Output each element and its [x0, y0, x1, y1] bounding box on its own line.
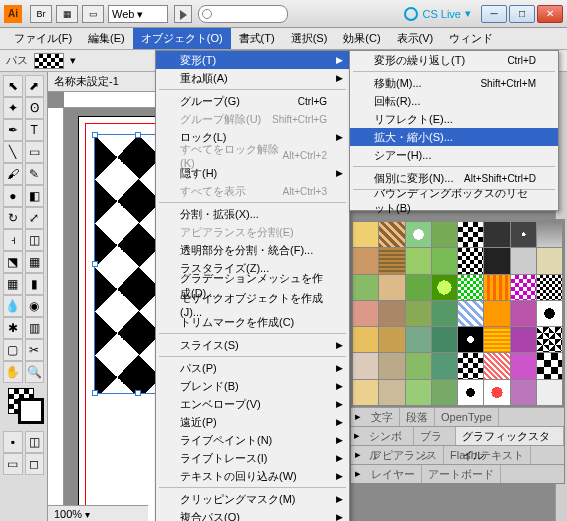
menu-live-trace[interactable]: ライブトレース(I)▶: [156, 449, 349, 467]
gradient-tool[interactable]: ▮: [25, 273, 45, 295]
swatch-item[interactable]: [379, 222, 404, 247]
swatch-item[interactable]: [511, 327, 536, 352]
swatch-item[interactable]: [511, 353, 536, 378]
menu-mosaic[interactable]: モザイクオブジェクトを作成(J)...: [156, 295, 349, 313]
tab-graphic-style[interactable]: グラフィックスタイル: [456, 427, 564, 445]
tab-appearance[interactable]: アピアランス: [365, 446, 444, 464]
change-screen-tool[interactable]: ◻: [25, 453, 45, 475]
magic-wand-tool[interactable]: ✦: [3, 97, 23, 119]
swatch-item[interactable]: [432, 222, 457, 247]
resize-handle[interactable]: [92, 132, 98, 138]
tab-brush[interactable]: ブラシ: [414, 427, 456, 445]
menu-live-paint[interactable]: ライブペイント(N)▶: [156, 431, 349, 449]
type-tool[interactable]: T: [25, 119, 45, 141]
stroke-color[interactable]: [18, 398, 44, 424]
swatch-item[interactable]: [379, 353, 404, 378]
go-button[interactable]: [174, 5, 192, 23]
swatch-item[interactable]: [432, 301, 457, 326]
swatch-item[interactable]: [458, 327, 483, 352]
menu-transform-again[interactable]: 変形の繰り返し(T)Ctrl+D: [350, 51, 558, 69]
menu-blend[interactable]: ブレンド(B)▶: [156, 377, 349, 395]
selection-tool[interactable]: ⬉: [3, 75, 23, 97]
swatch-item[interactable]: [511, 275, 536, 300]
tab-character[interactable]: 文字: [365, 408, 400, 426]
swatch-item[interactable]: [484, 301, 509, 326]
menu-transform[interactable]: 変形(T)▶: [156, 51, 349, 69]
shape-builder-tool[interactable]: ⬔: [3, 251, 23, 273]
swatch-item[interactable]: [353, 353, 378, 378]
menu-edit[interactable]: 編集(E): [80, 28, 133, 49]
swatch-item[interactable]: [458, 380, 483, 405]
swatch-item[interactable]: [379, 248, 404, 273]
swatch-item[interactable]: [379, 327, 404, 352]
slice-tool[interactable]: ✂: [25, 339, 45, 361]
swatch-item[interactable]: [406, 327, 431, 352]
screen-mode-tool[interactable]: ▭: [3, 453, 23, 475]
tab-paragraph[interactable]: 段落: [400, 408, 435, 426]
menu-scale[interactable]: 拡大・縮小(S)...: [350, 128, 558, 146]
swatch-item[interactable]: [537, 380, 562, 405]
tab-artboard[interactable]: アートボード: [422, 465, 501, 483]
fill-dropdown-icon[interactable]: ▾: [70, 54, 76, 67]
swatch-item[interactable]: [406, 380, 431, 405]
menu-clipping-mask[interactable]: クリッピングマスク(M)▶: [156, 490, 349, 508]
menu-transform-each[interactable]: 個別に変形(N)...Alt+Shift+Ctrl+D: [350, 169, 558, 187]
ruler-vertical[interactable]: [48, 108, 64, 509]
symbol-sprayer-tool[interactable]: ✱: [3, 317, 23, 339]
swatch-item[interactable]: [406, 275, 431, 300]
menu-slice[interactable]: スライス(S)▶: [156, 336, 349, 354]
bridge-button[interactable]: Br: [30, 5, 52, 23]
zoom-level[interactable]: 100% ▾: [48, 505, 148, 521]
menu-window[interactable]: ウィンド: [441, 28, 501, 49]
swatch-item[interactable]: [406, 222, 431, 247]
mesh-tool[interactable]: ▦: [3, 273, 23, 295]
search-field[interactable]: [198, 5, 288, 23]
swatch-item[interactable]: [537, 353, 562, 378]
panel-expand-icon[interactable]: ▸: [351, 467, 365, 480]
swatch-item[interactable]: [432, 248, 457, 273]
swatch-item[interactable]: [484, 327, 509, 352]
maximize-button[interactable]: □: [509, 5, 535, 23]
swatch-item[interactable]: [353, 327, 378, 352]
rotate-tool[interactable]: ↻: [3, 207, 23, 229]
menu-text-wrap[interactable]: テキストの回り込み(W)▶: [156, 467, 349, 485]
pencil-tool[interactable]: ✎: [25, 163, 45, 185]
swatch-item[interactable]: [484, 222, 509, 247]
swatch-item[interactable]: [458, 353, 483, 378]
artboard-tool[interactable]: ▢: [3, 339, 23, 361]
swatch-item[interactable]: [406, 248, 431, 273]
blend-tool[interactable]: ◉: [25, 295, 45, 317]
swatch-item[interactable]: [458, 275, 483, 300]
swatch-item[interactable]: [432, 353, 457, 378]
workspace-dropdown[interactable]: Web ▾: [108, 5, 168, 23]
swatch-item[interactable]: [353, 301, 378, 326]
swatch-item[interactable]: [458, 248, 483, 273]
menu-path[interactable]: パス(P)▶: [156, 359, 349, 377]
swatch-item[interactable]: [484, 353, 509, 378]
cslive-link[interactable]: CS Live▾: [404, 7, 475, 21]
menu-group[interactable]: グループ(G)Ctrl+G: [156, 92, 349, 110]
swatch-item[interactable]: [353, 248, 378, 273]
resize-handle[interactable]: [135, 390, 141, 396]
swatch-item[interactable]: [511, 248, 536, 273]
menu-perspective[interactable]: 遠近(P)▶: [156, 413, 349, 431]
panel-expand-icon[interactable]: ▸: [351, 410, 365, 423]
swatch-item[interactable]: [458, 222, 483, 247]
color-mode-button[interactable]: ▪: [3, 431, 23, 453]
lasso-tool[interactable]: ʘ: [25, 97, 45, 119]
rectangle-tool[interactable]: ▭: [25, 141, 45, 163]
eraser-tool[interactable]: ◧: [25, 185, 45, 207]
menu-hide[interactable]: 隠す(H)▶: [156, 164, 349, 182]
swatch-item[interactable]: [432, 327, 457, 352]
swatch-item[interactable]: [379, 380, 404, 405]
tab-opentype[interactable]: OpenType: [435, 408, 499, 426]
menu-envelope[interactable]: エンベロープ(V)▶: [156, 395, 349, 413]
free-transform-tool[interactable]: ◫: [25, 229, 45, 251]
zoom-tool[interactable]: 🔍: [25, 361, 45, 383]
line-tool[interactable]: ╲: [3, 141, 23, 163]
swatch-item[interactable]: [379, 301, 404, 326]
menu-flatten-transparency[interactable]: 透明部分を分割・統合(F)...: [156, 241, 349, 259]
hand-tool[interactable]: ✋: [3, 361, 23, 383]
menu-select[interactable]: 選択(S): [283, 28, 336, 49]
menu-effect[interactable]: 効果(C): [335, 28, 388, 49]
